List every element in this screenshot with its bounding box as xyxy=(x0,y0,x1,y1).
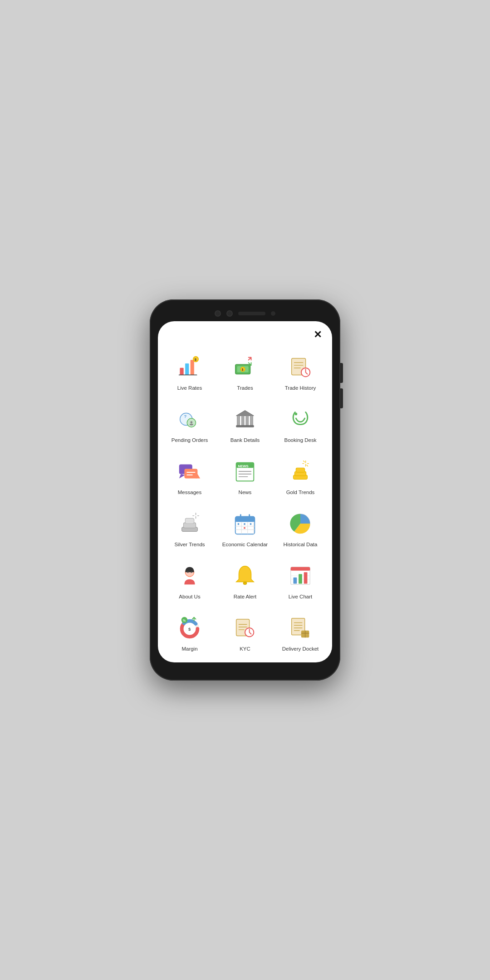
messages-label: Messages xyxy=(178,489,201,496)
vol-down-button xyxy=(340,388,343,408)
rate-alert-label: Rate Alert xyxy=(234,593,257,600)
silver-trends-icon xyxy=(176,510,204,538)
close-button[interactable]: ✕ xyxy=(310,328,325,342)
pending-orders-icon: ? xyxy=(176,405,204,433)
svg-rect-0 xyxy=(180,368,184,375)
messages-icon xyxy=(176,457,204,485)
trade-history-icon xyxy=(286,353,314,381)
menu-item-historical-data[interactable]: Historical Data xyxy=(274,503,327,553)
modal-content: ✕ $ Live Rates xyxy=(158,321,332,662)
trade-history-label: Trade History xyxy=(285,385,316,392)
svg-rect-57 xyxy=(235,519,255,522)
menu-item-gold-trends[interactable]: Gold Trends xyxy=(274,451,327,500)
menu-item-kyc[interactable]: KYC xyxy=(219,608,271,657)
svg-marker-20 xyxy=(236,411,254,416)
menu-item-news[interactable]: NEWS News xyxy=(219,451,271,500)
phone-frame: ✕ $ Live Rates xyxy=(150,299,340,681)
svg-text:$: $ xyxy=(195,358,197,362)
menu-item-margin[interactable]: $ % Margin xyxy=(163,608,216,657)
booking-desk-label: Booking Desk xyxy=(284,437,317,444)
booking-desk-icon xyxy=(286,405,314,433)
svg-point-65 xyxy=(238,523,240,525)
menu-grid: $ Live Rates $ xyxy=(163,347,327,662)
svg-point-66 xyxy=(244,523,245,525)
svg-rect-25 xyxy=(236,425,254,427)
svg-point-19 xyxy=(190,421,192,423)
margin-label: Margin xyxy=(181,646,197,652)
menu-item-delivery-docket[interactable]: Delivery Docket xyxy=(274,608,327,657)
svg-rect-81 xyxy=(304,572,308,583)
svg-point-68 xyxy=(250,523,252,525)
svg-rect-24 xyxy=(250,416,253,425)
economic-calendar-label: Economic Calendar xyxy=(222,541,268,548)
menu-item-booking-desk[interactable]: Booking Desk xyxy=(274,399,327,448)
margin-icon: $ % xyxy=(176,614,204,642)
menu-item-delivery-charges[interactable]: ₹ Delivery Charges xyxy=(219,660,271,662)
bank-details-icon xyxy=(231,405,259,433)
svg-rect-80 xyxy=(299,574,302,583)
menu-item-live-chart[interactable]: Live Chart xyxy=(274,555,327,605)
menu-item-delivery-status[interactable]: Delivery Status xyxy=(163,660,216,662)
svg-rect-41 xyxy=(296,468,304,472)
rate-alert-icon xyxy=(231,562,259,590)
bank-details-label: Bank Details xyxy=(230,437,260,444)
menu-item-pending-orders[interactable]: ? Pending Orders xyxy=(163,399,216,448)
svg-point-26 xyxy=(294,412,297,415)
menu-item-tds-tcs[interactable]: % TDS/TCS Calculator xyxy=(274,660,327,662)
menu-item-trades[interactable]: $ Trades xyxy=(219,347,271,396)
svg-rect-29 xyxy=(184,469,197,478)
economic-calendar-icon xyxy=(231,510,259,538)
svg-point-67 xyxy=(244,527,245,529)
svg-line-46 xyxy=(304,461,304,462)
about-us-icon xyxy=(176,562,204,590)
svg-rect-23 xyxy=(246,416,249,425)
trades-icon: $ xyxy=(231,353,259,381)
historical-data-icon xyxy=(286,510,314,538)
svg-point-18 xyxy=(190,424,193,426)
menu-item-live-rates[interactable]: $ Live Rates xyxy=(163,347,216,396)
live-rates-icon: $ xyxy=(176,353,204,381)
live-rates-label: Live Rates xyxy=(177,385,202,392)
camera-icon xyxy=(215,310,221,317)
news-label: News xyxy=(239,489,252,496)
gold-trends-label: Gold Trends xyxy=(286,489,315,496)
news-icon: NEWS xyxy=(231,457,259,485)
historical-data-label: Historical Data xyxy=(284,541,318,548)
silver-trends-label: Silver Trends xyxy=(174,541,205,548)
phone-notch xyxy=(158,308,332,321)
menu-item-economic-calendar[interactable]: Economic Calendar xyxy=(219,503,271,553)
svg-line-47 xyxy=(307,465,308,466)
about-us-label: About Us xyxy=(179,593,200,600)
svg-text:$: $ xyxy=(242,368,244,372)
phone-screen: ✕ $ Live Rates xyxy=(158,321,332,662)
menu-item-rate-alert[interactable]: Rate Alert xyxy=(219,555,271,605)
menu-item-messages[interactable]: Messages xyxy=(163,451,216,500)
svg-marker-28 xyxy=(179,474,186,479)
svg-point-72 xyxy=(191,572,192,573)
svg-rect-22 xyxy=(241,416,244,425)
svg-rect-50 xyxy=(185,518,194,524)
menu-item-silver-trends[interactable]: Silver Trends xyxy=(163,503,216,553)
delivery-docket-icon xyxy=(286,614,314,642)
menu-item-bank-details[interactable]: Bank Details xyxy=(219,399,271,448)
vol-up-button xyxy=(340,363,343,383)
svg-text:%: % xyxy=(183,619,186,622)
svg-rect-76 xyxy=(291,568,310,570)
trades-label: Trades xyxy=(237,385,253,392)
svg-rect-79 xyxy=(294,578,297,584)
svg-text:$: $ xyxy=(188,626,191,631)
svg-rect-1 xyxy=(185,363,189,375)
menu-item-about-us[interactable]: About Us xyxy=(163,555,216,605)
svg-rect-2 xyxy=(191,360,194,375)
svg-text:?: ? xyxy=(184,414,186,419)
pending-orders-label: Pending Orders xyxy=(172,437,208,444)
kyc-icon xyxy=(231,614,259,642)
sensor-icon xyxy=(271,311,275,316)
svg-rect-73 xyxy=(243,582,247,584)
delivery-docket-label: Delivery Docket xyxy=(282,646,319,652)
menu-item-trade-history[interactable]: Trade History xyxy=(274,347,327,396)
svg-rect-21 xyxy=(237,416,240,425)
gold-trends-icon xyxy=(286,457,314,485)
live-chart-label: Live Chart xyxy=(289,593,312,600)
live-chart-icon xyxy=(286,562,314,590)
